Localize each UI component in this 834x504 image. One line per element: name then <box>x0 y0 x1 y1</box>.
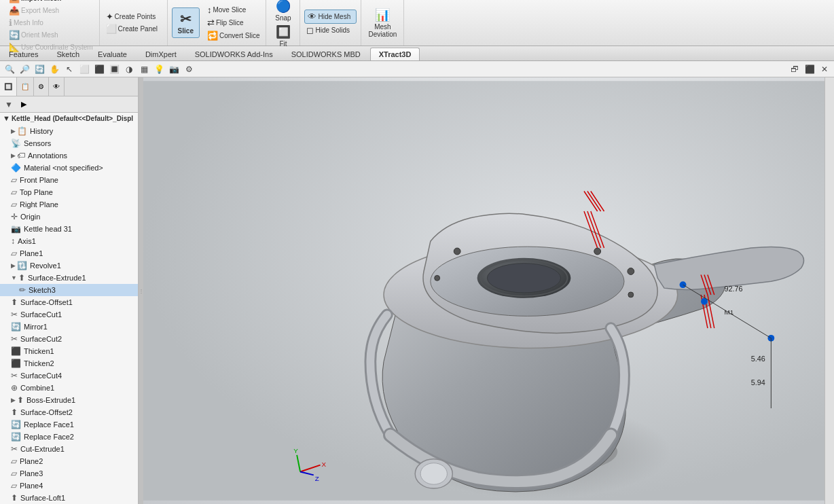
tree-item-kettle-head[interactable]: 📷 Kettle head 31 <box>0 223 138 235</box>
iconbar-wire-button[interactable]: ▦ <box>137 62 151 76</box>
left-panel: 🔲 📋 ⚙ 👁 ▼ ▶ ▼ Kettle_Head (Default<<Defa… <box>0 77 139 504</box>
tab-xtract3d[interactable]: XTract3D <box>370 48 420 60</box>
tree-item-replace-face2[interactable]: 🔄 Replace Face2 <box>0 431 138 443</box>
iconbar-pan-button[interactable]: ✋ <box>48 62 61 76</box>
tree-item-cut-extrude1[interactable]: ✂ Cut-Extrude1 <box>0 443 138 455</box>
tree-item-boss-extrude1[interactable]: ▶ ⬆ Boss-Extrude1 <box>0 394 138 406</box>
tree-item-surfacecut1[interactable]: ✂ SurfaceCut1 <box>0 308 138 321</box>
move-slice-button[interactable]: ↕ Move Slice <box>205 4 261 16</box>
tree-item-surface-extrude1[interactable]: ▼ ⬆ Surface-Extrude1 <box>0 272 138 284</box>
move-slice-icon: ↕ <box>207 5 212 15</box>
right-plane-icon: ▱ <box>11 200 17 209</box>
iconbar-select-button[interactable]: ↖ <box>62 62 76 76</box>
tree-item-revolve1[interactable]: ▶ 🔃 Revolve1 <box>0 259 138 272</box>
right-plane-label: Right Plane <box>20 200 58 209</box>
tree-item-axis1[interactable]: ↕ Axis1 <box>0 235 138 247</box>
tree-item-thicken1[interactable]: ⬛ Thicken1 <box>0 345 138 357</box>
tree-item-mirror1[interactable]: 🔄 Mirror1 <box>0 321 138 333</box>
iconbar-close-button[interactable]: ✕ <box>818 62 831 76</box>
right-scrollbar[interactable] <box>824 77 834 504</box>
tree-item-combine1[interactable]: ⊕ Combine1 <box>0 382 138 394</box>
iconbar-rotate-button[interactable]: 🔄 <box>33 62 46 76</box>
iconbar-shade-button[interactable]: ◑ <box>122 62 136 76</box>
svg-text:Y: Y <box>293 447 298 454</box>
tab-evaluate[interactable]: Evaluate <box>89 48 136 60</box>
tree-header: ▼ Kettle_Head (Default<<Default>_Displ <box>0 113 138 124</box>
tree-item-front-plane[interactable]: ▱ Front Plane <box>0 174 138 186</box>
iconbar-zoom-button[interactable]: 🔎 <box>18 62 31 76</box>
tree-item-surface-offset2[interactable]: ⬆ Surface-Offset2 <box>0 406 138 418</box>
iconbar-view3-button[interactable]: 🔳 <box>107 62 121 76</box>
combine1-icon: ⊕ <box>11 383 18 393</box>
hide-mesh-button[interactable]: 👁 Hide Mesh <box>304 10 357 24</box>
tree-item-sketch3[interactable]: ✏ Sketch3 <box>0 284 138 296</box>
tab-solidworks-mbd[interactable]: SOLIDWORKS MBD <box>283 48 369 60</box>
lp-tab-properties[interactable]: 📋 <box>17 77 34 96</box>
surface-offset2-icon: ⬆ <box>11 408 18 417</box>
lp-tab-display[interactable]: 👁 <box>49 77 65 96</box>
icon-bar: 🔍 🔎 🔄 ✋ ↖ ⬜ ⬛ 🔳 ◑ ▦ 💡 📷 ⚙ 🗗 ⬛ ✕ <box>0 61 834 77</box>
viewport[interactable]: 92.76 M1 5.46 5.94 X Y Z <box>143 77 824 504</box>
tab-features[interactable]: Features <box>0 48 47 60</box>
cut-extrude1-label: Cut-Extrude1 <box>20 445 65 453</box>
iconbar-view2-button[interactable]: ⬛ <box>92 62 106 76</box>
mesh-deviation-button[interactable]: 📊 Mesh Deviation <box>365 6 399 39</box>
hide-group: 👁 Hide Mesh ◻ Hide Solids <box>300 0 361 46</box>
iconbar-maximize-button[interactable]: ⬛ <box>803 62 816 76</box>
iconbar-search-button[interactable]: 🔍 <box>3 62 16 76</box>
tree-item-plane4[interactable]: ▱ Plane4 <box>0 480 138 492</box>
origin-label: Origin <box>20 213 40 221</box>
iconbar-camera-button[interactable]: 📷 <box>167 62 181 76</box>
tree-item-surfacecut2[interactable]: ✂ SurfaceCut2 <box>0 333 138 345</box>
mesh-deviation-icon: 📊 <box>375 7 390 22</box>
tree-item-right-plane[interactable]: ▱ Right Plane <box>0 198 138 211</box>
svg-text:Z: Z <box>315 475 319 482</box>
orient-mesh-button[interactable]: 🔄 Orient Mesh <box>7 29 95 41</box>
iconbar-settings-button[interactable]: ⚙ <box>182 62 196 76</box>
tree-item-surface-offset1[interactable]: ⬆ Surface-Offset1 <box>0 296 138 308</box>
tree-item-plane1[interactable]: ▱ Plane1 <box>0 247 138 259</box>
tree-item-replace-face1[interactable]: 🔄 Replace Face1 <box>0 418 138 431</box>
iconbar-minimize-button[interactable]: 🗗 <box>788 62 801 76</box>
slice-button[interactable]: ✂ Slice <box>172 7 200 38</box>
tree-item-surface-loft1[interactable]: ⬆ Surface-Loft1 <box>0 492 138 504</box>
model-svg: 92.76 M1 5.46 5.94 X Y Z <box>143 77 824 504</box>
tree-item-top-plane[interactable]: ▱ Top Plane <box>0 186 138 198</box>
axis1-label: Axis1 <box>18 237 36 245</box>
mesh-info-button[interactable]: ℹ Mesh Info <box>7 17 95 29</box>
tree-item-history[interactable]: ▶ 📋 History <box>0 125 138 137</box>
iconbar-light-button[interactable]: 💡 <box>152 62 166 76</box>
svg-text:M1: M1 <box>725 308 734 316</box>
iconbar-view1-button[interactable]: ⬜ <box>77 62 91 76</box>
tree-item-plane2[interactable]: ▱ Plane2 <box>0 455 138 467</box>
lp-tab-model[interactable]: 🔲 <box>0 77 17 96</box>
plane3-icon: ▱ <box>11 469 17 478</box>
tree-item-thicken2[interactable]: ⬛ Thicken2 <box>0 357 138 370</box>
thicken1-icon: ⬛ <box>11 346 21 356</box>
create-points-button[interactable]: ✦ Create Points <box>104 11 163 22</box>
hide-solids-button[interactable]: ◻ Hide Solids <box>304 24 357 36</box>
tree-item-surfacecut4[interactable]: ✂ SurfaceCut4 <box>0 370 138 382</box>
tree-item-plane3[interactable]: ▱ Plane3 <box>0 467 138 480</box>
feature-tree: ▶ 📋 History 📡 Sensors ▶ 🏷 Annotations 🔷 … <box>0 124 138 504</box>
left-panel-tabs: 🔲 📋 ⚙ 👁 <box>0 77 138 96</box>
surface-offset1-icon: ⬆ <box>11 298 18 307</box>
fit-button[interactable]: 🔲 Fit <box>271 23 295 49</box>
flip-slice-button[interactable]: ⇄ Flip Slice <box>205 17 261 29</box>
convert-slice-button[interactable]: 🔁 Convert Slice <box>205 30 261 41</box>
convert-slice-icon: 🔁 <box>207 31 218 41</box>
create-panel-button[interactable]: ⬜ Create Panel <box>104 23 163 35</box>
tree-item-origin[interactable]: ✛ Origin <box>0 211 138 223</box>
snap-button[interactable]: 🔵 Snap <box>271 0 295 23</box>
tree-item-material[interactable]: 🔷 Material <not specified> <box>0 162 138 174</box>
tree-item-sensors[interactable]: 📡 Sensors <box>0 137 138 149</box>
tab-dimxpert[interactable]: DimXpert <box>137 48 185 60</box>
tree-item-annotations[interactable]: ▶ 🏷 Annotations <box>0 149 138 162</box>
lp-tab-config[interactable]: ⚙ <box>34 77 49 96</box>
tab-sketch[interactable]: Sketch <box>48 48 88 60</box>
export-mesh-button[interactable]: 📤 Export Mesh <box>7 5 95 16</box>
fit-icon: 🔲 <box>276 24 291 39</box>
import-mesh-button[interactable]: 📥 Import Mesh <box>7 0 95 4</box>
tab-solidworks-addins[interactable]: SOLIDWORKS Add-Ins <box>186 48 282 60</box>
lp-arrow-btn[interactable]: ▶ <box>17 98 31 111</box>
